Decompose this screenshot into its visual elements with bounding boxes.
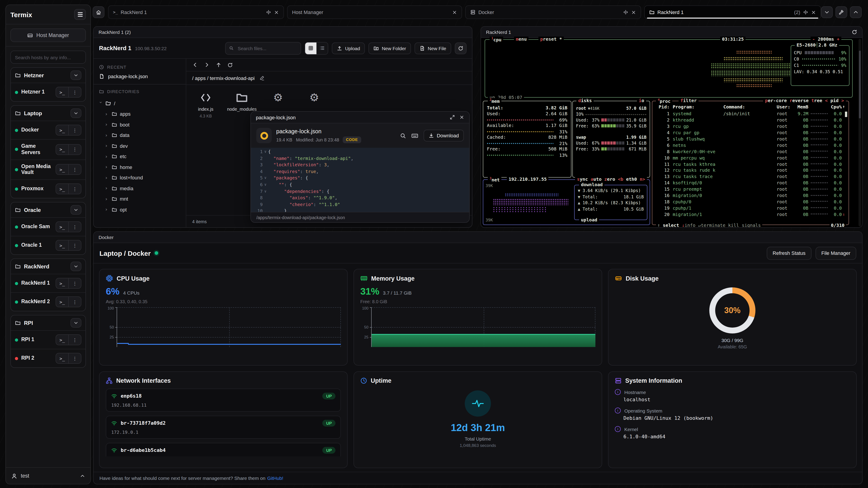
user-row[interactable]: test: [6, 467, 90, 484]
forward-icon[interactable]: [204, 62, 210, 68]
process-row[interactable]: 19cpuhp/1root0B0.0: [652, 205, 848, 211]
host-manager-button[interactable]: Host Manager: [10, 29, 86, 42]
interface-row-enp6s18[interactable]: enp6s18UP192.168.68.11: [106, 389, 341, 412]
tree-dir-data[interactable]: ›data: [99, 130, 180, 140]
host-terminal-button[interactable]: >_: [56, 240, 68, 250]
proc-reverse[interactable]: reverse: [789, 98, 809, 103]
file-search-input[interactable]: [237, 45, 297, 51]
back-icon[interactable]: [192, 62, 198, 68]
host-row-docker[interactable]: Docker>_⋮: [11, 121, 86, 139]
host-menu-button[interactable]: ⋮: [69, 278, 81, 288]
sidebar-group-header[interactable]: Hetzner: [11, 68, 86, 83]
sidebar-group-header[interactable]: Laptop: [11, 106, 86, 121]
tools-button[interactable]: [835, 6, 847, 18]
host-terminal-button[interactable]: >_: [56, 222, 68, 232]
host-terminal-button[interactable]: >_: [56, 87, 68, 97]
expand-button[interactable]: [850, 6, 862, 18]
host-row-oracle-sam[interactable]: Oracle Sam>_⋮: [11, 217, 86, 236]
sidebar-group-header[interactable]: RackNerd: [11, 259, 86, 274]
close-icon[interactable]: [459, 115, 464, 120]
file-manager-button2[interactable]: File Manager: [815, 247, 856, 260]
upload-button[interactable]: Upload: [332, 42, 365, 54]
tree-dir-apps[interactable]: ›apps: [99, 109, 180, 119]
tree-root[interactable]: › /: [99, 98, 180, 109]
host-menu-button[interactable]: ⋮: [69, 297, 81, 307]
host-menu-button[interactable]: ⋮: [69, 165, 81, 175]
host-row-proxmox[interactable]: Proxmox>_⋮: [11, 180, 86, 198]
host-terminal-button[interactable]: >_: [56, 184, 68, 194]
code-preview[interactable]: 1∨{2 "name": "termix-download-api",3 "lo…: [251, 148, 469, 212]
host-terminal-button[interactable]: >_: [56, 125, 68, 135]
terminal-screen[interactable]: 1cpu menu preset * 03:31:25 - 2000ms + E…: [481, 38, 862, 227]
new-file-button[interactable]: New File: [414, 42, 451, 54]
host-menu-button[interactable]: ⋮: [69, 87, 81, 97]
process-row[interactable]: 14ksoftirqd/0root0B0.0: [652, 180, 848, 186]
tree-dir-etc[interactable]: ›etc: [99, 151, 180, 162]
proc-tree[interactable]: tree: [811, 98, 822, 103]
host-row-racknerd-2[interactable]: RackNerd 2>_⋮: [11, 292, 86, 311]
chevron-up-icon[interactable]: [80, 473, 85, 478]
home-button[interactable]: [93, 6, 104, 18]
close-icon[interactable]: [274, 10, 279, 15]
search-in-file-icon[interactable]: [400, 133, 406, 138]
github-link[interactable]: GitHub!: [267, 475, 283, 481]
tab-racknerd1-terminal[interactable]: >_ RackNerd 1: [108, 5, 284, 19]
process-row[interactable]: 3rcu_gproot0B0.0: [652, 123, 848, 130]
tab-docker[interactable]: Docker: [465, 5, 641, 19]
tree-dir-media[interactable]: ›media: [99, 183, 180, 194]
file-item-index.js[interactable]: index.js4.3 KB: [191, 90, 221, 119]
host-menu-button[interactable]: ⋮: [69, 222, 81, 232]
host-terminal-button[interactable]: >_: [56, 165, 68, 175]
process-row[interactable]: 8kworker/0:0H-everoot0B0.0: [652, 149, 848, 155]
maximize-icon[interactable]: [450, 115, 455, 120]
split-icon[interactable]: [266, 9, 271, 15]
menu-icon[interactable]: [74, 9, 86, 20]
interface-row-br-73718f7a09d2[interactable]: br-73718f7a09d2UP172.19.0.1: [106, 416, 341, 439]
search-hosts-input[interactable]: [10, 51, 86, 64]
interface-row-br-d6abe1b5cab4[interactable]: br-d6abe1b5cab4UP172.20.0.1: [106, 443, 341, 456]
tab-host-manager[interactable]: Host Manager: [287, 5, 462, 19]
host-menu-button[interactable]: ⋮: [69, 335, 81, 345]
process-row[interactable]: 11rcu_tasks_kthrearoot0B0.0: [652, 161, 848, 167]
recent-file[interactable]: package-lock.json: [99, 74, 180, 79]
host-row-racknerd-1[interactable]: RackNerd 1>_⋮: [11, 274, 86, 292]
host-row-open-media-vault[interactable]: Open Media Vault>_⋮: [11, 159, 86, 180]
collapse-button[interactable]: [821, 6, 833, 18]
tree-dir-dev[interactable]: ›dev: [99, 140, 180, 151]
tab-racknerd1-files-active[interactable]: RackNerd 1 (2): [644, 5, 821, 19]
process-row[interactable]: 2kthreaddroot0B0.0: [652, 117, 848, 123]
list-view-button[interactable]: [316, 42, 328, 54]
process-row[interactable]: 18cpuhp/0root0B0.0: [652, 199, 848, 205]
process-row[interactable]: 16migration/0root0B0.0: [652, 192, 848, 199]
proc-filter[interactable]: filter: [679, 98, 699, 103]
keyboard-icon[interactable]: [411, 133, 418, 138]
process-row[interactable]: 12rcu_tasks_rude_kroot0B0.0: [652, 167, 848, 173]
terminal-scrollbar[interactable]: [859, 39, 861, 226]
btop-menu[interactable]: menu: [514, 37, 528, 41]
host-row-oracle-1[interactable]: Oracle 1>_⋮: [11, 236, 86, 254]
group-collapse-button[interactable]: [70, 70, 81, 80]
tree-dir-home[interactable]: ›home: [99, 162, 180, 172]
host-terminal-button[interactable]: >_: [56, 278, 68, 288]
host-menu-button[interactable]: ⋮: [69, 240, 81, 250]
refresh-status-button[interactable]: Refresh Status: [767, 247, 811, 260]
up-icon[interactable]: [216, 62, 221, 68]
process-row[interactable]: 13rcu_tasks_trace_root0B0.0: [652, 173, 848, 180]
process-row[interactable]: 20migration/1root0B0.0↓: [652, 211, 848, 218]
sidebar-group-header[interactable]: RPI: [11, 315, 86, 330]
host-row-rpi-2[interactable]: RPI 2>_⋮: [11, 349, 86, 367]
tree-dir-mnt[interactable]: ›mnt: [99, 194, 180, 204]
btop-preset[interactable]: preset *: [538, 37, 564, 41]
host-terminal-button[interactable]: >_: [56, 297, 68, 307]
refresh-icon[interactable]: [227, 62, 233, 68]
proc-scrollbar-thumb[interactable]: [845, 111, 847, 117]
tree-dir-lost+found[interactable]: ›lost+found: [99, 172, 180, 183]
process-row[interactable]: 5slub_flushwqroot0B0.0: [652, 136, 848, 142]
group-collapse-button[interactable]: [70, 318, 81, 328]
tree-dir-boot[interactable]: ›boot: [99, 119, 180, 130]
grid-view-button[interactable]: [305, 42, 316, 54]
new-folder-button[interactable]: New Folder: [369, 42, 411, 54]
split-icon[interactable]: [623, 9, 628, 15]
download-button[interactable]: Download: [424, 130, 464, 141]
process-row[interactable]: 15rcu_preemptroot0B0.0: [652, 186, 848, 192]
